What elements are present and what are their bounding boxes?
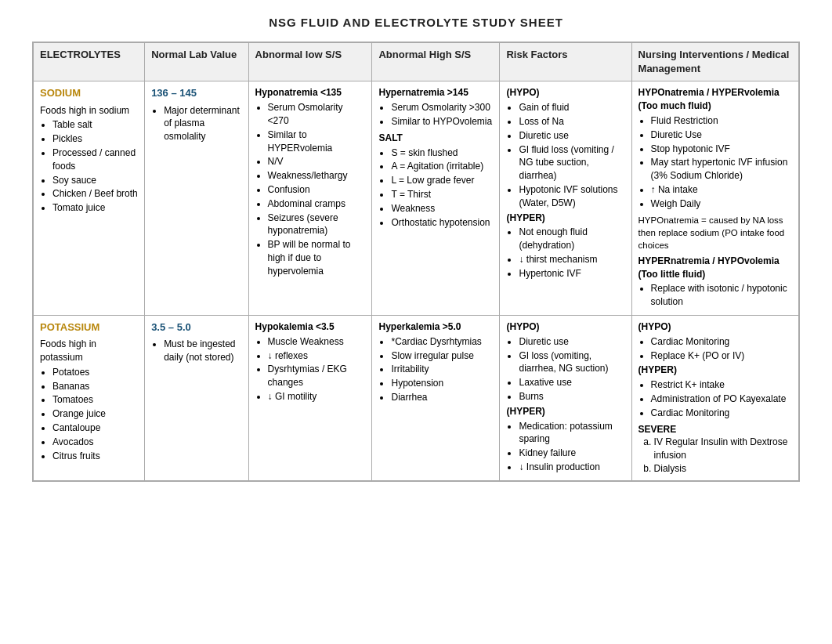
sodium-risk-cell: (HYPO) Gain of fluid Loss of Na Diuretic… <box>500 81 631 316</box>
list-item: Cardiac Monitoring <box>651 335 792 349</box>
sodium-electrolytes-cell: SODIUM Foods high in sodium Table salt P… <box>33 81 145 316</box>
list-item: Hypertonic IVF <box>519 267 624 280</box>
potassium-nursing-hypo-list: Cardiac Monitoring Replace K+ (PO or IV) <box>638 335 792 363</box>
list-item: Chicken / Beef broth <box>52 187 138 201</box>
list-item: Weigh Daily <box>651 197 792 211</box>
potassium-severe-list: IV Regular Insulin with Dextrose infusio… <box>638 436 792 475</box>
header-abnormal-low: Abnormal low S/S <box>248 42 372 81</box>
list-item: Serum Osmolarity <270 <box>268 101 366 128</box>
potassium-risk-hypo-list: Diuretic use GI loss (vomiting, diarrhea… <box>506 335 624 403</box>
list-item: Replace with isotonic / hypotonic soluti… <box>651 282 792 309</box>
list-item: Insulin production <box>519 461 624 474</box>
potassium-hyper-list: *Cardiac Dysrhtymias Slow irregular puls… <box>378 335 493 404</box>
list-item: Replace K+ (PO or IV) <box>651 349 792 363</box>
list-item: Kidney failure <box>519 447 624 460</box>
list-item: Na intake <box>651 183 792 197</box>
list-item: A = Agitation (irritable) <box>391 160 493 173</box>
potassium-risk-cell: (HYPO) Diuretic use GI loss (vomiting, d… <box>500 316 631 481</box>
sodium-normal-cell: 136 – 145 Major determinant of plasma os… <box>145 81 248 316</box>
list-item: Gain of fluid <box>519 101 624 114</box>
list-item: Slow irregular pulse <box>391 349 493 363</box>
list-item: Seizures (severe hyponatremia) <box>268 212 366 238</box>
sodium-nursing-hyper-list: Replace with isotonic / hypotonic soluti… <box>638 282 792 309</box>
header-electrolytes: ELECTROLYTES <box>33 42 145 81</box>
arrow-down-icon <box>268 391 275 402</box>
sodium-foods-intro: Foods high in sodium <box>40 105 129 116</box>
potassium-nursing-hyper-title: (HYPER) <box>638 364 792 377</box>
potassium-nursing-hyper-list: Restrict K+ intake Administration of PO … <box>638 378 792 419</box>
arrow-down-icon <box>519 461 526 472</box>
list-item: Muscle Weakness <box>268 335 366 349</box>
sodium-hyper-list: Serum Osmolarity >300 Similar to HYPOvol… <box>378 101 493 128</box>
sodium-abnormal-low-cell: Hyponatremia <135 Serum Osmolarity <270 … <box>248 81 372 316</box>
list-item: Tomato juice <box>52 201 138 215</box>
list-item: Medication: potassium sparing <box>519 420 624 447</box>
list-item: Restrict K+ intake <box>651 378 792 392</box>
arrow-down-icon <box>519 254 526 265</box>
potassium-severe-label: SEVERE <box>638 423 792 436</box>
list-item: Not enough fluid (dehydration) <box>519 226 624 252</box>
list-item: Diuretic use <box>519 129 624 143</box>
list-item: N/V <box>268 155 366 168</box>
list-item: Similar to HYPOvolemia <box>391 115 493 128</box>
list-item: Avocados <box>52 436 138 449</box>
list-item: *Cardiac Dysrhtymias <box>391 335 493 349</box>
potassium-abnormal-low-cell: Hypokalemia <3.5 Muscle Weakness reflexe… <box>248 316 372 481</box>
potassium-hypo-title: Hypokalemia <3.5 <box>255 320 366 334</box>
sodium-normal-value: 136 – 145 <box>151 86 241 100</box>
list-item: Fluid Restriction <box>651 114 792 128</box>
arrow-down-icon <box>268 350 275 361</box>
list-item: Abdominal cramps <box>268 197 366 211</box>
list-item: Weakness/lethargy <box>268 169 366 183</box>
list-item: Diarrhea <box>391 391 493 404</box>
sodium-risk-hyper-title: (HYPER) <box>506 212 624 225</box>
header-abnormal-high: Abnormal High S/S <box>372 42 500 81</box>
list-item: GI loss (vomiting, diarrhea, NG suction) <box>519 349 624 376</box>
list-item: thirst mechanism <box>519 253 624 266</box>
sodium-nursing-cell: HYPOnatremia / HYPERvolemia (Too much fl… <box>631 81 799 316</box>
list-item: IV Regular Insulin with Dextrose infusio… <box>654 436 792 462</box>
sodium-abnormal-high-cell: Hypernatremia >145 Serum Osmolarity >300… <box>372 81 500 316</box>
potassium-risk-hyper-list: Medication: potassium sparing Kidney fai… <box>506 420 624 474</box>
sodium-risk-hypo-list: Gain of fluid Loss of Na Diuretic use GI… <box>506 101 624 209</box>
potassium-risk-hyper-title: (HYPER) <box>506 405 624 418</box>
list-item: reflexes <box>268 349 366 363</box>
potassium-hyper-title: Hyperkalemia >5.0 <box>378 320 493 334</box>
potassium-abnormal-high-cell: Hyperkalemia >5.0 *Cardiac Dysrhtymias S… <box>372 316 500 481</box>
list-item: Confusion <box>268 183 366 197</box>
potassium-normal-value: 3.5 – 5.0 <box>151 320 241 335</box>
list-item: Weakness <box>391 202 493 215</box>
potassium-normal-list: Must be ingested daily (not stored) <box>151 338 241 364</box>
list-item: Similar to HYPERvolemia <box>268 128 366 155</box>
sodium-hyper-title: Hypernatremia >145 <box>378 86 493 99</box>
sodium-label: SODIUM <box>40 86 138 100</box>
list-item: Bananas <box>52 380 138 393</box>
sodium-nursing-hyper-title: HYPERnatremia / <box>638 255 715 266</box>
arrow-up-icon <box>651 184 658 195</box>
list-item: Major determinant of plasma osmolality <box>164 104 241 143</box>
list-item: Soy sauce <box>52 174 138 187</box>
list-item: GI motility <box>268 390 366 403</box>
main-table: ELECTROLYTES Normal Lab Value Abnormal l… <box>32 42 800 482</box>
list-item: Irritability <box>391 363 493 376</box>
sodium-risk-hyper-list: Not enough fluid (dehydration) thirst me… <box>506 226 624 280</box>
list-item: Cardiac Monitoring <box>651 407 792 420</box>
header-nursing: Nursing Interventions / Medical Manageme… <box>631 42 799 81</box>
list-item: T = Thirst <box>391 188 493 201</box>
header-normal: Normal Lab Value <box>145 42 248 81</box>
list-item: May start hypertonic IVF infusion (3% So… <box>651 156 792 183</box>
list-item: Administration of PO Kayexalate <box>651 393 792 406</box>
potassium-row: POTASSIUM Foods high in potassium Potato… <box>33 316 799 481</box>
sodium-foods-list: Table salt Pickles Processed / canned fo… <box>40 118 138 215</box>
list-item: Laxative use <box>519 376 624 389</box>
list-item: Dialysis <box>654 462 792 476</box>
list-item: Must be ingested daily (not stored) <box>164 338 241 364</box>
list-item: Serum Osmolarity >300 <box>391 101 493 114</box>
list-item: S = skin flushed <box>391 147 493 160</box>
list-item: Potatoes <box>52 366 138 379</box>
list-item: Loss of Na <box>519 115 624 128</box>
potassium-foods-list: Potatoes Bananas Tomatoes Orange juice C… <box>40 366 138 463</box>
potassium-electrolytes-cell: POTASSIUM Foods high in potassium Potato… <box>33 316 145 481</box>
list-item: Stop hypotonic IVF <box>651 143 792 156</box>
list-item: BP will be normal to high if due to hype… <box>268 238 366 277</box>
